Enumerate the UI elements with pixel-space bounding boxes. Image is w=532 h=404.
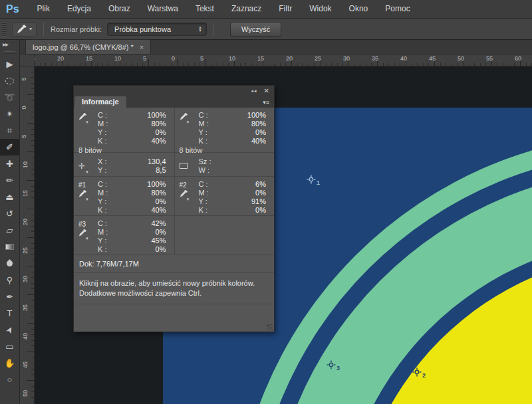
menu-widok[interactable]: Widok	[301, 0, 340, 18]
close-icon[interactable]: ×	[140, 43, 144, 51]
eyedropper-readout-icon[interactable]: ▼	[78, 112, 93, 124]
menu-tekst[interactable]: Tekst	[187, 0, 223, 18]
channel-value: 6%	[219, 180, 267, 189]
color-sampler-marker-1[interactable]: 1	[307, 175, 323, 187]
close-panel-icon[interactable]: ✕	[264, 87, 269, 94]
cmyk-rows: C :100%M :80%Y :0%K :40%	[199, 111, 267, 146]
channel-value: 80%	[118, 189, 166, 197]
h-ruler-label: 35	[372, 55, 378, 62]
menu-edycja[interactable]: Edycja	[59, 0, 100, 18]
section-samplers-12: #1▼C :100%M :80%Y :0%K :40% #2▼C :6%M :0…	[74, 177, 274, 216]
document-tab[interactable]: logo.jpg @ 66,7% (CMYK/8#) * ×	[25, 39, 151, 54]
channel-value: 100%	[118, 180, 166, 189]
h-ruler-label: 15	[86, 55, 92, 62]
marquee-tool[interactable]	[0, 72, 19, 89]
section-sampler-3: #3▼C :42%M :0%Y :45%K :0%	[74, 216, 274, 255]
document-title: logo.jpg @ 66,7% (CMYK/8#) *	[33, 43, 134, 51]
v-ruler-label: 40	[22, 333, 29, 340]
path-select-tool[interactable]: ➤	[0, 322, 19, 338]
eraser-tool[interactable]: ▱	[0, 222, 19, 239]
v-ruler-major-ticks	[27, 66, 34, 404]
channel-label: K :	[98, 137, 118, 146]
v-ruler-label: 25	[22, 247, 29, 254]
clone-stamp-tool[interactable]: ⏏	[0, 189, 19, 205]
type-tool[interactable]: T	[0, 305, 19, 322]
eyedropper-readout-icon[interactable]: #2▼	[180, 181, 194, 201]
collapse-panel-icon[interactable]: ◂◂	[251, 88, 257, 94]
updown-arrows-icon: ▲▼	[198, 26, 202, 33]
channel-label: Y :	[98, 128, 118, 137]
menu-zaznacz[interactable]: Zaznacz	[223, 0, 270, 18]
magic-wand-tool[interactable]: ✴	[0, 106, 19, 122]
eyedropper-icon	[17, 24, 27, 35]
section-position: ✛ ▼ X :130,4 Y :8,5 Sz : W :	[74, 153, 274, 177]
chevron-down-icon: ▼	[85, 237, 89, 240]
eyedropper-readout-icon[interactable]: ▼	[180, 112, 194, 124]
pencil-tool[interactable]: ✏	[0, 172, 19, 189]
channel-label: C :	[98, 219, 118, 228]
channel-label: M :	[199, 189, 219, 197]
menu-filtr[interactable]: Filtr	[270, 0, 301, 18]
healing-brush-tool[interactable]: ✚	[0, 155, 19, 172]
zoom-tool[interactable]: ○	[0, 371, 19, 388]
menu-warstwa[interactable]: Warstwa	[139, 0, 187, 18]
channel-value: 0%	[118, 197, 166, 206]
sampler-id: #2	[180, 181, 187, 189]
menu-pomoc[interactable]: Pomoc	[376, 0, 418, 18]
channel-label: K :	[98, 245, 118, 254]
sampler-2-readout: #2▼C :6%M :0%Y :91%K :0%	[175, 180, 275, 215]
gradient-tool[interactable]	[0, 239, 19, 255]
toolbar-expand-button[interactable]: ▸▸	[0, 40, 19, 49]
hand-tool[interactable]: ✋	[0, 355, 19, 371]
pen-tool-icon: ✒	[6, 292, 13, 302]
lasso-tool-icon: ➰	[4, 92, 15, 102]
tools-panel: ▸▸ ▶➰✴⌗✐✚✏⏏↺▱⚲✒T➤▭✋○	[0, 40, 20, 404]
tab-informacje[interactable]: Informacje	[74, 96, 126, 108]
channel-label: K :	[199, 206, 219, 215]
panel-menu-icon[interactable]: ▾≡	[258, 99, 274, 108]
chevron-down-icon: ▼	[85, 171, 89, 173]
vertical-ruler[interactable]: 505101520253035404550	[20, 66, 35, 404]
channel-label: Y :	[98, 197, 118, 206]
options-grip	[2, 22, 7, 37]
eyedropper-tool[interactable]: ✐	[0, 139, 19, 155]
channel-value: 0%	[118, 128, 166, 137]
eyedropper-readout-icon[interactable]: #1▼	[78, 181, 93, 201]
menu-obraz[interactable]: Obraz	[100, 0, 139, 18]
shape-tool[interactable]: ▭	[0, 338, 19, 355]
menu-okno[interactable]: Okno	[340, 0, 377, 18]
history-brush-tool[interactable]: ↺	[0, 205, 19, 222]
color-sampler-marker-3[interactable]: 3	[327, 360, 342, 372]
sampler-1-readout: #1▼C :100%M :80%Y :0%K :40%	[74, 180, 174, 215]
h-ruler-label: 20	[286, 55, 293, 62]
horizontal-ruler[interactable]: 25201510505101520253035404550556065	[35, 54, 532, 66]
panel-header[interactable]: ◂◂ ✕	[74, 86, 274, 96]
crop-tool[interactable]: ⌗	[0, 122, 19, 139]
h-ruler-label: 30	[343, 55, 350, 62]
eraser-tool-icon: ▱	[7, 225, 13, 235]
v-ruler-label: 15	[22, 190, 29, 197]
shape-tool-icon: ▭	[5, 342, 13, 352]
sample-size-dropdown[interactable]: Próbka punktowa ▲▼	[107, 23, 207, 36]
panel-body: ▼C :100%M :80%Y :0%K :40%8 bitów ▼C :100…	[74, 108, 274, 332]
eyedropper-tool-preset[interactable]: ▾	[12, 22, 37, 37]
lasso-tool[interactable]: ➰	[0, 89, 19, 106]
dodge-tool[interactable]: ⚲	[0, 272, 19, 288]
height-value	[219, 166, 267, 175]
blur-tool[interactable]	[0, 255, 19, 272]
type-tool-icon: T	[7, 308, 13, 318]
history-brush-tool-icon: ↺	[6, 209, 13, 219]
move-tool[interactable]: ▶	[0, 56, 19, 72]
channel-value: 45%	[118, 237, 166, 245]
color-sampler-marker-2[interactable]: 2	[412, 367, 428, 379]
readout-actual: ▼C :100%M :80%Y :0%K :40%8 bitów	[74, 111, 174, 154]
eyedropper-readout-icon[interactable]: #3▼	[78, 221, 93, 240]
clear-button[interactable]: Wyczyść	[230, 22, 281, 37]
move-tool-icon: ▶	[7, 59, 13, 69]
menu-plik[interactable]: Plik	[29, 0, 59, 18]
pen-tool[interactable]: ✒	[0, 288, 19, 305]
resize-grip-icon[interactable]	[267, 324, 273, 330]
cmyk-rows: C :100%M :80%Y :0%K :40%	[98, 180, 166, 215]
toolbar-grip	[4, 50, 15, 54]
path-select-tool-icon: ➤	[3, 324, 15, 336]
